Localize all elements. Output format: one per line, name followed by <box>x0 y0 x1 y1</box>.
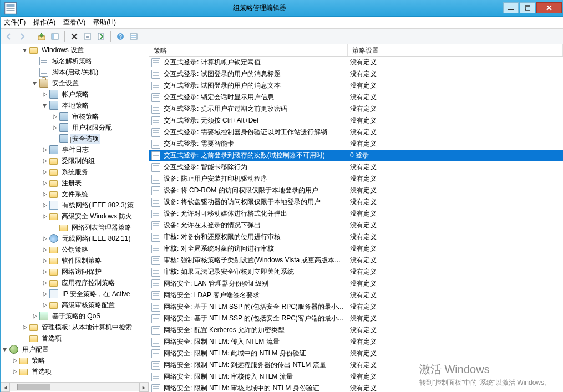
expand-icon[interactable] <box>40 190 48 198</box>
tree-item[interactable]: 安全设置 <box>1 78 149 89</box>
collapse-icon[interactable] <box>40 101 48 109</box>
menu-action[interactable]: 操作(A) <box>33 18 55 27</box>
show-hide-tree-button[interactable] <box>49 30 61 43</box>
expand-icon[interactable] <box>40 301 48 309</box>
policy-row[interactable]: 交互式登录: 试图登录的用户的消息文本没有定义 <box>149 80 563 91</box>
tree-item[interactable]: 审核策略 <box>1 111 149 122</box>
tree-item[interactable]: 基于策略的 QoS <box>1 310 149 322</box>
tree-item[interactable]: 注册表 <box>1 177 149 189</box>
maximize-button[interactable] <box>520 2 535 13</box>
policy-row[interactable]: 交互式登录: 提示用户在过期之前更改密码没有定义 <box>149 103 563 115</box>
policy-row[interactable]: 审核: 对全局系统对象的访问进行审核没有定义 <box>149 243 563 254</box>
tree-item[interactable]: 应用程序控制策略 <box>1 277 149 288</box>
policy-row[interactable]: 交互式登录: 智能卡移除行为没有定义 <box>149 161 563 173</box>
close-button[interactable] <box>536 2 562 13</box>
policy-row[interactable]: 设备: 允许对可移动媒体进行格式化并弹出没有定义 <box>149 208 563 220</box>
delete-button[interactable] <box>68 30 80 43</box>
policy-row[interactable]: 交互式登录: 计算机帐户锁定阈值没有定义 <box>149 57 563 68</box>
expand-icon[interactable] <box>40 279 48 287</box>
collapse-icon[interactable] <box>31 79 38 87</box>
expand-icon[interactable] <box>40 257 48 264</box>
expand-icon[interactable] <box>40 157 48 165</box>
expand-icon[interactable] <box>40 90 48 98</box>
expand-icon[interactable] <box>50 113 58 120</box>
collapse-icon[interactable] <box>21 46 28 54</box>
nav-forward-button[interactable] <box>16 30 28 43</box>
tree-item[interactable]: 高级审核策略配置 <box>1 299 149 310</box>
properties-button[interactable] <box>82 30 94 43</box>
tree-item[interactable]: 系统服务 <box>1 166 149 177</box>
policy-row[interactable]: 设备: 将软盘驱动器的访问权限仅限于本地登录的用户没有定义 <box>149 196 563 208</box>
expand-icon[interactable] <box>40 179 48 187</box>
policy-row[interactable]: 网络安全: LAN 管理器身份验证级别没有定义 <box>149 278 563 289</box>
policy-row[interactable]: 网络安全: 配置 Kerberos 允许的加密类型没有定义 <box>149 324 563 336</box>
expand-icon[interactable] <box>40 246 48 253</box>
tree-item[interactable]: 公钥策略 <box>1 244 149 255</box>
scroll-thumb[interactable] <box>17 384 50 390</box>
policy-row[interactable]: 交互式登录: 需要智能卡没有定义 <box>149 138 563 150</box>
up-button[interactable] <box>35 30 48 43</box>
expand-icon[interactable] <box>11 368 18 375</box>
policy-row[interactable]: 网络安全: 限制 NTLM: 审核此域中的 NTLM 身份验证没有定义 <box>149 383 563 392</box>
menu-file[interactable]: 文件(F) <box>4 18 26 27</box>
expand-icon[interactable] <box>40 290 48 298</box>
policy-tree[interactable]: Windows 设置域名解析策略脚本(启动/关机)安全设置帐户策略本地策略审核策… <box>1 44 149 377</box>
policy-row[interactable]: 交互式登录: 需要域控制器身份验证以对工作站进行解锁没有定义 <box>149 126 563 138</box>
policy-row[interactable]: 审核: 强制审核策略子类别设置(Windows Vista 或更高版本...没有… <box>149 254 563 266</box>
minimize-button[interactable] <box>503 2 519 13</box>
policy-row[interactable]: 网络安全: 限制 NTLM: 审核传入 NTLM 流量没有定义 <box>149 371 563 383</box>
tree-item[interactable]: 域名解析策略 <box>1 55 149 67</box>
policy-row[interactable]: 设备: 允许在未登录的情况下弹出没有定义 <box>149 220 563 231</box>
expand-icon[interactable] <box>50 124 58 131</box>
tree-item[interactable]: 首选项 <box>1 366 149 377</box>
tree-item[interactable]: 高级安全 Windows 防火 <box>1 211 149 222</box>
tree-item[interactable]: 安全选项 <box>1 133 149 144</box>
tree-item[interactable]: 无线网络(IEEE 802.11) <box>1 233 149 244</box>
policy-row[interactable]: 交互式登录: 无须按 Ctrl+Alt+Del没有定义 <box>149 115 563 126</box>
policy-row[interactable]: 交互式登录: 之前登录到缓存的次数(域控制器不可用时)0 登录 <box>149 150 563 161</box>
tree-item[interactable]: 软件限制策略 <box>1 255 149 266</box>
tree-horizontal-scrollbar[interactable]: ◄ ► <box>1 382 149 391</box>
expand-icon[interactable] <box>31 312 38 320</box>
expand-icon[interactable] <box>21 323 28 331</box>
expand-icon[interactable] <box>40 212 48 220</box>
filter-button[interactable] <box>128 30 140 43</box>
tree-item[interactable]: 首选项 <box>1 333 149 344</box>
policy-list[interactable]: 交互式登录: 计算机帐户锁定阈值没有定义交互式登录: 试图登录的用户的消息标题没… <box>149 57 563 392</box>
policy-row[interactable]: 交互式登录: 锁定会话时显示用户信息没有定义 <box>149 91 563 103</box>
export-button[interactable] <box>95 30 107 43</box>
menu-help[interactable]: 帮助(H) <box>93 18 116 27</box>
tree-item[interactable]: IP 安全策略，在 Active <box>1 288 149 299</box>
tree-item[interactable]: 帐户策略 <box>1 89 149 100</box>
policy-row[interactable]: 网络安全: 基于 NTLM SSP 的(包括安全 RPC)服务器的最小...没有… <box>149 301 563 313</box>
tree-item[interactable]: 受限制的组 <box>1 155 149 166</box>
policy-row[interactable]: 网络安全: 限制 NTLM: 此域中的 NTLM 身份验证没有定义 <box>149 348 563 359</box>
tree-item[interactable]: Windows 设置 <box>1 44 149 55</box>
expand-icon[interactable] <box>40 201 48 209</box>
column-policy[interactable]: 策略 <box>149 44 348 56</box>
tree-item[interactable]: 用户配置 <box>1 344 149 355</box>
policy-row[interactable]: 设备: 将 CD-ROM 的访问权限仅限于本地登录的用户没有定义 <box>149 185 563 196</box>
policy-row[interactable]: 设备: 防止用户安装打印机驱动程序没有定义 <box>149 173 563 185</box>
menu-view[interactable]: 查看(V) <box>63 18 85 27</box>
policy-row[interactable]: 网络安全: LDAP 客户端签名要求没有定义 <box>149 289 563 301</box>
tree-item[interactable]: 本地策略 <box>1 100 149 111</box>
policy-row[interactable]: 网络安全: 限制 NTLM: 到远程服务器的传出 NTLM 流量没有定义 <box>149 359 563 371</box>
tree-item[interactable]: 策略 <box>1 355 149 366</box>
scroll-left-button[interactable]: ◄ <box>1 383 10 392</box>
tree-item[interactable]: 网络列表管理器策略 <box>1 222 149 233</box>
expand-icon[interactable] <box>40 235 48 242</box>
policy-row[interactable]: 审核: 对备份和还原权限的使用进行审核没有定义 <box>149 231 563 243</box>
policy-row[interactable]: 交互式登录: 试图登录的用户的消息标题没有定义 <box>149 68 563 80</box>
help-button[interactable]: ? <box>114 30 126 43</box>
expand-icon[interactable] <box>40 146 48 154</box>
policy-row[interactable]: 网络安全: 基于 NTLM SSP 的(包括安全 RPC)客户端的最小...没有… <box>149 313 563 324</box>
nav-back-button[interactable] <box>3 30 15 43</box>
scroll-right-button[interactable]: ► <box>139 383 149 392</box>
tree-item[interactable]: 管理模板: 从本地计算机中检索 <box>1 322 149 333</box>
expand-icon[interactable] <box>11 357 18 364</box>
tree-item[interactable]: 事件日志 <box>1 144 149 155</box>
policy-row[interactable]: 网络安全: 限制 NTLM: 传入 NTLM 流量没有定义 <box>149 336 563 348</box>
tree-item[interactable]: 用户权限分配 <box>1 122 149 133</box>
policy-row[interactable]: 审核: 如果无法记录安全审核则立即关闭系统没有定义 <box>149 266 563 278</box>
